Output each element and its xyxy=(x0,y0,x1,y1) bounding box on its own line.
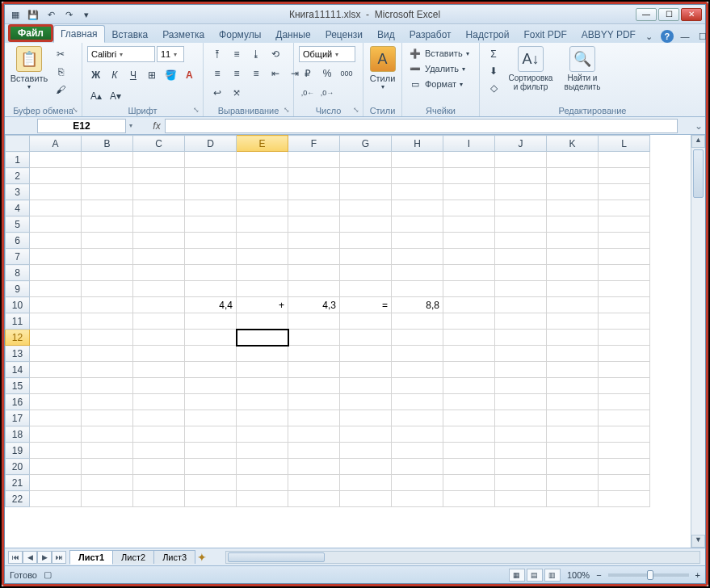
cell-A10[interactable] xyxy=(30,297,82,313)
cell-I20[interactable] xyxy=(443,459,495,475)
cell-E8[interactable] xyxy=(237,265,288,281)
copy-icon[interactable]: ⎘ xyxy=(52,64,69,80)
vscroll-thumb[interactable] xyxy=(693,149,704,198)
cell-F5[interactable] xyxy=(288,216,340,233)
cell-I3[interactable] xyxy=(443,184,495,200)
qat-more-icon[interactable]: ▾ xyxy=(79,7,94,22)
sheet-nav-last-icon[interactable]: ⏭ xyxy=(52,551,66,564)
tab-abbyy[interactable]: ABBYY PDF xyxy=(574,26,643,43)
cell-G15[interactable] xyxy=(340,378,392,394)
cell-L7[interactable] xyxy=(599,249,650,265)
cell-K5[interactable] xyxy=(547,216,599,233)
cell-E6[interactable] xyxy=(237,233,288,249)
dec-decimal-icon[interactable]: ,0→ xyxy=(318,85,336,101)
align-bottom-icon[interactable]: ⭳ xyxy=(247,46,265,62)
cell-A17[interactable] xyxy=(30,410,82,426)
insert-cells-button[interactable]: ➕Вставить▾ xyxy=(407,46,471,61)
row-header-11[interactable]: 11 xyxy=(6,313,30,330)
delete-cells-button[interactable]: ➖Удалить▾ xyxy=(407,61,471,76)
cell-B3[interactable] xyxy=(82,184,133,200)
scroll-up-icon[interactable]: ▲ xyxy=(691,135,705,148)
row-header-21[interactable]: 21 xyxy=(6,475,30,491)
col-header-L[interactable]: L xyxy=(599,136,650,152)
cell-G7[interactable] xyxy=(340,249,392,265)
col-header-I[interactable]: I xyxy=(443,136,495,152)
cell-J13[interactable] xyxy=(495,346,547,362)
tab-insert[interactable]: Вставка xyxy=(105,26,156,43)
cell-G3[interactable] xyxy=(340,184,392,200)
cell-A21[interactable] xyxy=(30,475,82,491)
cell-H21[interactable] xyxy=(392,475,443,491)
cell-C1[interactable] xyxy=(133,152,185,168)
sheet-tab-1[interactable]: Лист1 xyxy=(69,550,113,565)
border-icon[interactable]: ⊞ xyxy=(144,67,161,83)
cell-G6[interactable] xyxy=(340,233,392,249)
cell-K18[interactable] xyxy=(547,426,599,443)
cell-F20[interactable] xyxy=(288,459,340,475)
cell-B13[interactable] xyxy=(82,346,133,362)
cell-G1[interactable] xyxy=(340,152,392,168)
help-icon[interactable]: ? xyxy=(661,30,674,43)
cell-J17[interactable] xyxy=(495,410,547,426)
cell-H7[interactable] xyxy=(392,249,443,265)
row-header-5[interactable]: 5 xyxy=(6,216,30,233)
cell-K6[interactable] xyxy=(547,233,599,249)
namebox-arrow-icon[interactable]: ▾ xyxy=(129,122,132,129)
cell-D12[interactable] xyxy=(185,330,237,346)
cell-H3[interactable] xyxy=(392,184,443,200)
cell-I18[interactable] xyxy=(443,426,495,443)
col-header-H[interactable]: H xyxy=(392,136,443,152)
cell-K17[interactable] xyxy=(547,410,599,426)
col-header-B[interactable]: B xyxy=(82,136,133,152)
format-painter-icon[interactable]: 🖌 xyxy=(52,82,69,98)
cell-F18[interactable] xyxy=(288,426,340,443)
cell-E5[interactable] xyxy=(237,216,288,233)
row-header-18[interactable]: 18 xyxy=(6,426,30,443)
workbook-min-icon[interactable]: — xyxy=(678,30,691,43)
paste-button[interactable]: 📋 Вставить ▾ xyxy=(10,46,48,90)
undo-icon[interactable]: ↶ xyxy=(44,7,58,22)
cell-E17[interactable] xyxy=(237,410,288,426)
cell-K8[interactable] xyxy=(547,265,599,281)
cell-J3[interactable] xyxy=(495,184,547,200)
cell-B6[interactable] xyxy=(82,233,133,249)
row-header-9[interactable]: 9 xyxy=(6,281,30,297)
cell-J6[interactable] xyxy=(495,233,547,249)
row-header-6[interactable]: 6 xyxy=(6,233,30,249)
cell-C13[interactable] xyxy=(133,346,185,362)
cell-C11[interactable] xyxy=(133,313,185,330)
cell-B7[interactable] xyxy=(82,249,133,265)
zoom-knob[interactable] xyxy=(647,570,653,580)
row-header-22[interactable]: 22 xyxy=(6,491,30,507)
cell-F9[interactable] xyxy=(288,281,340,297)
cell-J16[interactable] xyxy=(495,394,547,410)
col-header-J[interactable]: J xyxy=(495,136,547,152)
cell-C14[interactable] xyxy=(133,362,185,378)
cell-F4[interactable] xyxy=(288,200,340,216)
cell-H6[interactable] xyxy=(392,233,443,249)
worksheet-grid[interactable]: ABCDEFGHIJKL123456789104,4+4,3=8,8111213… xyxy=(5,135,691,548)
new-sheet-icon[interactable]: ✦ xyxy=(195,551,209,564)
cell-J18[interactable] xyxy=(495,426,547,443)
cell-L20[interactable] xyxy=(599,459,650,475)
cell-F6[interactable] xyxy=(288,233,340,249)
cell-K14[interactable] xyxy=(547,362,599,378)
cell-H19[interactable] xyxy=(392,443,443,459)
cell-E15[interactable] xyxy=(237,378,288,394)
cell-B20[interactable] xyxy=(82,459,133,475)
cell-J10[interactable] xyxy=(495,297,547,313)
sort-filter-button[interactable]: A↓ Сортировка и фильтр xyxy=(506,46,556,91)
cell-G14[interactable] xyxy=(340,362,392,378)
cell-H14[interactable] xyxy=(392,362,443,378)
row-header-8[interactable]: 8 xyxy=(6,265,30,281)
cell-K19[interactable] xyxy=(547,443,599,459)
cell-H1[interactable] xyxy=(392,152,443,168)
cell-D22[interactable] xyxy=(185,491,237,507)
row-header-16[interactable]: 16 xyxy=(6,394,30,410)
cell-L17[interactable] xyxy=(599,410,650,426)
cell-D17[interactable] xyxy=(185,410,237,426)
cell-L10[interactable] xyxy=(599,297,650,313)
cell-B12[interactable] xyxy=(82,330,133,346)
cell-C17[interactable] xyxy=(133,410,185,426)
cell-K9[interactable] xyxy=(547,281,599,297)
